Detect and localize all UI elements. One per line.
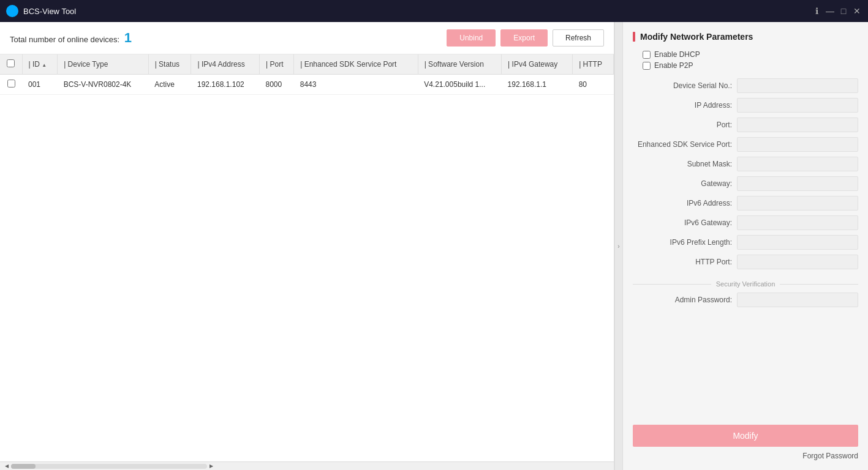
- enable-dhcp-checkbox[interactable]: [643, 51, 651, 59]
- column-ipv4-gateway[interactable]: | IPv4 Gateway: [502, 54, 573, 75]
- enable-dhcp-row: Enable DHCP: [643, 50, 858, 59]
- row-status: Active: [148, 75, 191, 95]
- row-checkbox[interactable]: [7, 80, 15, 88]
- security-verification-label: Security Verification: [716, 280, 776, 288]
- device-serial-input[interactable]: [737, 78, 858, 93]
- title-accent-bar: [633, 32, 635, 42]
- enable-p2p-label: Enable P2P: [654, 61, 693, 70]
- device-serial-row: Device Serial No.:: [633, 78, 858, 93]
- row-ipv4-gateway: 192.168.1.1: [502, 75, 573, 95]
- admin-password-label: Admin Password:: [633, 296, 737, 304]
- device-serial-label: Device Serial No.:: [633, 81, 737, 90]
- row-http: 80: [573, 75, 614, 95]
- ipv6-gateway-label: IPv6 Gateway:: [633, 218, 737, 227]
- device-count-label: Total number of online devices: 1: [10, 30, 442, 46]
- scroll-track[interactable]: [11, 464, 207, 469]
- row-checkbox-cell: [0, 75, 22, 95]
- enable-p2p-row: Enable P2P: [643, 61, 858, 70]
- row-device-type: BCS-V-NVR0802-4K: [58, 75, 149, 95]
- row-id: 001: [22, 75, 58, 95]
- ip-address-row: IP Address:: [633, 98, 858, 113]
- panel-collapse-handle[interactable]: ›: [614, 22, 623, 470]
- gateway-row: Gateway:: [633, 176, 858, 191]
- window-controls: ℹ — □ ✕: [812, 6, 862, 16]
- column-ipv4-address[interactable]: | IPv4 Address: [191, 54, 260, 75]
- ipv6-gateway-input[interactable]: [737, 215, 858, 230]
- port-input[interactable]: [737, 118, 858, 132]
- row-enhanced-sdk-port: 8443: [294, 75, 418, 95]
- titlebar: BCS-View Tool ℹ — □ ✕: [0, 0, 868, 22]
- subnet-mask-label: Subnet Mask:: [633, 160, 737, 168]
- export-button[interactable]: Export: [500, 29, 548, 47]
- main-container: Total number of online devices: 1 Unbind…: [0, 22, 868, 470]
- enhanced-sdk-port-row: Enhanced SDK Service Port:: [633, 137, 858, 152]
- panel-title-text: Modify Network Parameters: [640, 32, 753, 42]
- device-table-container: | ID | Device Type | Status | IPv4 Addre…: [0, 54, 614, 461]
- checkbox-group: Enable DHCP Enable P2P: [633, 50, 858, 72]
- security-verification-divider: Security Verification: [633, 280, 858, 288]
- modify-button[interactable]: Modify: [633, 425, 858, 447]
- row-port: 8000: [260, 75, 294, 95]
- http-port-row: HTTP Port:: [633, 255, 858, 269]
- forgot-password-link[interactable]: Forgot Password: [802, 452, 858, 460]
- minimize-button[interactable]: —: [825, 6, 835, 16]
- admin-password-input[interactable]: [737, 293, 858, 307]
- http-port-label: HTTP Port:: [633, 258, 737, 266]
- row-ipv4-address: 192.168.1.102: [191, 75, 260, 95]
- close-button[interactable]: ✕: [852, 6, 862, 16]
- device-table: | ID | Device Type | Status | IPv4 Addre…: [0, 54, 614, 95]
- app-logo: [6, 5, 18, 17]
- toolbar: Total number of online devices: 1 Unbind…: [0, 22, 614, 54]
- column-http[interactable]: | HTTP: [573, 54, 614, 75]
- table-header-row: | ID | Device Type | Status | IPv4 Addre…: [0, 54, 614, 75]
- horizontal-scrollbar[interactable]: ◀ ▶: [0, 461, 614, 470]
- app-title: BCS-View Tool: [23, 7, 812, 16]
- column-status[interactable]: | Status: [148, 54, 191, 75]
- right-panel: Modify Network Parameters Enable DHCP En…: [623, 22, 868, 470]
- column-port[interactable]: | Port: [260, 54, 294, 75]
- column-device-type[interactable]: | Device Type: [58, 54, 149, 75]
- table-row: 001 BCS-V-NVR0802-4K Active 192.168.1.10…: [0, 75, 614, 95]
- column-enhanced-sdk[interactable]: | Enhanced SDK Service Port: [294, 54, 418, 75]
- ipv6-address-label: IPv6 Address:: [633, 199, 737, 207]
- subnet-mask-input[interactable]: [737, 157, 858, 171]
- gateway-label: Gateway:: [633, 179, 737, 188]
- enhanced-sdk-port-label: Enhanced SDK Service Port:: [633, 140, 737, 149]
- gateway-input[interactable]: [737, 176, 858, 191]
- enhanced-sdk-port-input[interactable]: [737, 137, 858, 152]
- ipv6-address-row: IPv6 Address:: [633, 196, 858, 211]
- ipv6-address-input[interactable]: [737, 196, 858, 211]
- ipv6-prefix-input[interactable]: [737, 235, 858, 250]
- column-id[interactable]: | ID: [22, 54, 58, 75]
- ipv6-gateway-row: IPv6 Gateway:: [633, 215, 858, 230]
- column-checkbox: [0, 54, 22, 75]
- left-panel: Total number of online devices: 1 Unbind…: [0, 22, 614, 470]
- port-row: Port:: [633, 118, 858, 132]
- scroll-left-arrow[interactable]: ◀: [2, 462, 11, 471]
- info-button[interactable]: ℹ: [812, 6, 821, 16]
- device-count-value: 1: [124, 30, 132, 45]
- ip-address-input[interactable]: [737, 98, 858, 113]
- enable-p2p-checkbox[interactable]: [643, 62, 651, 70]
- unbind-button[interactable]: Unbind: [447, 29, 496, 47]
- scroll-right-arrow[interactable]: ▶: [207, 462, 216, 471]
- row-software-version: V4.21.005build 1...: [418, 75, 501, 95]
- ip-address-label: IP Address:: [633, 101, 737, 110]
- refresh-button[interactable]: Refresh: [553, 29, 604, 47]
- subnet-mask-row: Subnet Mask:: [633, 157, 858, 171]
- http-port-input[interactable]: [737, 255, 858, 269]
- ipv6-prefix-label: IPv6 Prefix Length:: [633, 238, 737, 247]
- scroll-thumb[interactable]: [11, 464, 36, 469]
- admin-password-row: Admin Password:: [633, 293, 858, 307]
- panel-title: Modify Network Parameters: [633, 32, 858, 42]
- port-label: Port:: [633, 121, 737, 129]
- enable-dhcp-label: Enable DHCP: [654, 50, 700, 59]
- ipv6-prefix-row: IPv6 Prefix Length:: [633, 235, 858, 250]
- maximize-button[interactable]: □: [839, 6, 848, 16]
- select-all-checkbox[interactable]: [7, 59, 15, 67]
- column-software-version[interactable]: | Software Version: [418, 54, 501, 75]
